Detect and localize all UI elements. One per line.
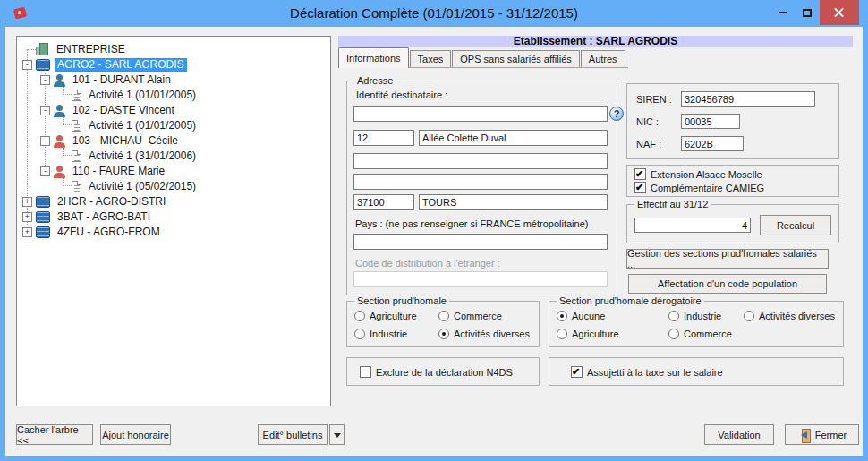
tree-item-label: 110 - FAURE Marie — [70, 165, 167, 178]
options-group: Extension Alsace Moselle Complémentaire … — [626, 165, 839, 197]
tab-label: OPS sans salariés affiliés — [460, 54, 572, 64]
window-title: Déclaration Complète (01/01/2015 - 31/12… — [0, 0, 868, 27]
nic-input[interactable] — [681, 114, 740, 129]
collapse-toggle-icon[interactable]: - — [40, 106, 50, 115]
checkbox-checked-icon — [571, 366, 583, 378]
tree-item-entreprise[interactable]: ENTREPRISE — [17, 42, 330, 57]
siren-input[interactable] — [681, 91, 815, 107]
camieg-checkbox[interactable]: Complémentaire CAMIEG — [634, 182, 764, 193]
country-label: Pays : (ne pas renseigner si FRANCE métr… — [355, 218, 588, 229]
radio-label: Activités diverses — [759, 311, 835, 321]
siren-group: SIREN : NIC : NAF : — [626, 83, 839, 159]
radio-selected-icon — [438, 329, 449, 339]
city-input[interactable] — [419, 194, 608, 210]
company-icon — [36, 211, 50, 223]
radio-icon — [557, 329, 567, 339]
nic-label: NIC : — [636, 116, 659, 127]
collapse-toggle-icon[interactable]: - — [40, 166, 50, 176]
checkbox-checked-icon — [634, 182, 646, 193]
hide-tree-button[interactable]: Cacher l'arbre << — [16, 424, 93, 445]
tree-item-agro2[interactable]: - AGRO2 - SARL AGRODIS — [17, 57, 330, 73]
radio-activites-diverses-dero[interactable]: Activités diverses — [744, 311, 835, 321]
radio-agriculture-dero[interactable]: Agriculture — [557, 329, 619, 339]
tree-item-label: Activité 1 (01/01/2005) — [86, 119, 199, 132]
tree-item-activite[interactable]: Activité 1 (01/01/2005) — [17, 88, 330, 103]
tree-item-label: Activité 1 (05/02/2015) — [86, 180, 199, 193]
company-icon — [36, 59, 50, 71]
radio-commerce-dero[interactable]: Commerce — [668, 329, 732, 339]
checkbox-label: Complémentaire CAMIEG — [651, 183, 764, 193]
effectif-input[interactable] — [634, 218, 751, 233]
exit-door-icon — [797, 429, 811, 441]
tree-item-activite[interactable]: Activité 1 (31/01/2006) — [17, 149, 330, 164]
tab-label: Informations — [346, 53, 401, 64]
expand-toggle-icon[interactable]: + — [22, 212, 32, 222]
tree-item-4zfu[interactable]: + 4ZFU - AGRO-FROM — [17, 225, 330, 240]
tree-item-label-selected: AGRO2 - SARL AGRODIS — [55, 58, 187, 72]
radio-agriculture[interactable]: Agriculture — [354, 311, 417, 321]
radio-activites-diverses[interactable]: Activités diverses — [438, 329, 530, 339]
tab-informations[interactable]: Informations — [338, 47, 409, 68]
affectation-code-button[interactable]: Affectation d'un code population — [628, 274, 827, 294]
minimize-button[interactable] — [771, 0, 795, 25]
person-icon — [54, 105, 65, 117]
postal-code-input[interactable] — [353, 194, 414, 210]
assujetti-checkbox[interactable]: Assujetti à la taxe sur le salaire — [571, 366, 723, 378]
derogatoire-legend: Section prud'homale dérogatoire — [557, 295, 704, 306]
minimize-icon — [779, 12, 787, 13]
validation-button[interactable]: Validation — [704, 424, 774, 445]
collapse-toggle-icon[interactable]: - — [22, 60, 32, 70]
tree-item-label: 3BAT - AGRO-BATI — [55, 210, 153, 224]
radio-industrie[interactable]: Industrie — [354, 329, 407, 339]
radio-icon — [668, 311, 679, 321]
effectif-group: Effectif au 31/12 Recalcul — [626, 204, 839, 243]
country-input[interactable] — [353, 234, 608, 250]
document-icon — [72, 150, 81, 162]
tree-item-activite[interactable]: Activité 1 (05/02/2015) — [17, 179, 330, 194]
tree-item-employee-102[interactable]: - 102 - DASTE Vincent — [17, 103, 330, 118]
street-input[interactable] — [419, 130, 608, 146]
tab-bar: Informations Taxes OPS sans salariés aff… — [338, 47, 628, 68]
tab-ops[interactable]: OPS sans salariés affiliés — [452, 50, 580, 67]
tab-autres[interactable]: Autres — [581, 50, 625, 67]
expand-toggle-icon[interactable]: + — [22, 227, 32, 237]
radio-label: Agriculture — [370, 311, 417, 321]
alsace-moselle-checkbox[interactable]: Extension Alsace Moselle — [634, 168, 762, 180]
tree-item-employee-110[interactable]: - 110 - FAURE Marie — [17, 164, 330, 179]
person-icon — [54, 135, 65, 148]
tree-item-employee-101[interactable]: - 101 - DURANT Alain — [17, 73, 330, 88]
maximize-button[interactable] — [796, 0, 819, 25]
establishment-header: Etablissement : SARL AGRODIS — [338, 36, 853, 47]
address-line4-input[interactable] — [353, 174, 608, 190]
address-line3-input[interactable] — [353, 153, 608, 169]
document-icon — [72, 181, 81, 192]
fermer-button[interactable]: Fermer — [785, 424, 859, 445]
gestion-sections-button[interactable]: Gestion des sections prud'homales salari… — [626, 249, 829, 269]
street-number-input[interactable] — [353, 130, 414, 146]
radio-commerce[interactable]: Commerce — [438, 311, 502, 321]
radio-industrie-dero[interactable]: Industrie — [668, 311, 721, 321]
tree-item-2hcr[interactable]: + 2HCR - AGRO-DISTRI — [17, 194, 330, 209]
tree-item-label: 102 - DASTE Vincent — [70, 104, 177, 117]
tree-item-employee-103[interactable]: - 103 - MICHAU Cécile — [17, 133, 330, 149]
collapse-toggle-icon[interactable]: - — [40, 75, 50, 85]
close-button[interactable] — [820, 0, 859, 25]
expand-toggle-icon[interactable]: + — [22, 197, 32, 207]
checkbox-unchecked-icon — [360, 366, 371, 378]
ajout-honoraire-button[interactable]: Ajout honoraire — [100, 424, 171, 445]
edit-bulletins-button[interactable]: Edit° bulletins — [258, 424, 328, 445]
tree-item-activite[interactable]: Activité 1 (01/01/2005) — [17, 118, 330, 133]
tab-taxes[interactable]: Taxes — [410, 50, 452, 67]
identity-input[interactable] — [353, 106, 608, 122]
exclure-checkbox[interactable]: Exclure de la déclaration N4DS — [360, 366, 513, 378]
radio-label: Industrie — [684, 311, 721, 321]
document-icon — [72, 120, 81, 132]
address-group: Adresse Identité destinataire : Pays : (… — [346, 81, 617, 295]
help-icon[interactable]: ? — [609, 107, 624, 121]
edit-bulletins-dropdown-button[interactable] — [329, 424, 345, 445]
radio-aucune[interactable]: Aucune — [557, 311, 605, 321]
collapse-toggle-icon[interactable]: - — [40, 136, 50, 146]
recalcul-button[interactable]: Recalcul — [760, 215, 831, 235]
naf-input[interactable] — [681, 136, 744, 151]
tree-item-3bat[interactable]: + 3BAT - AGRO-BATI — [17, 209, 330, 225]
